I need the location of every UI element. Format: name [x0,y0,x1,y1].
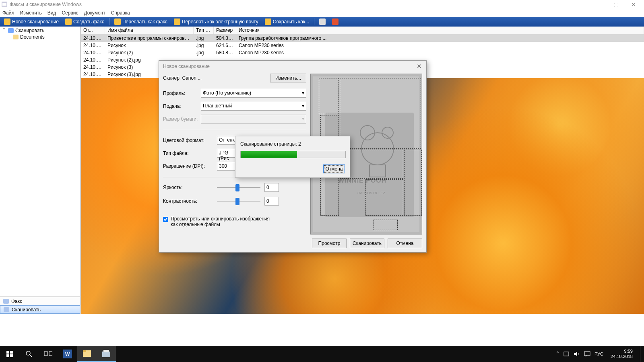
brightness-value[interactable] [264,183,279,192]
tray-clock[interactable]: 9:59 24.10.2018 [607,349,636,359]
svg-rect-17 [83,350,86,352]
dialog-title: Новое сканирование [159,61,426,72]
email-icon [174,19,180,25]
menu-tools[interactable]: Сервис [62,10,78,16]
delete-icon [332,19,339,25]
tb-print[interactable] [317,18,328,25]
menu-edit[interactable]: Изменить [20,10,42,16]
tray-volume-icon[interactable] [574,351,580,357]
svg-line-11 [30,355,32,357]
selection-rect[interactable] [374,220,398,230]
svg-rect-18 [102,352,110,357]
menu-file[interactable]: Файл [2,10,14,16]
progress-bar [240,151,346,158]
app-icon [2,2,7,7]
tb-new-scan[interactable]: Новое сканирование [2,18,61,25]
dialog-close-button[interactable]: ✕ [414,62,424,70]
profile-select[interactable]: Фото (По умолчанию)▾ [201,89,306,98]
maximize-button[interactable]: ▢ [607,0,625,9]
source-select[interactable]: Планшетный▾ [201,102,306,111]
minimize-button[interactable]: — [589,0,607,9]
change-scanner-button[interactable]: Изменить... [270,74,306,82]
col-date[interactable]: От... [81,27,105,34]
save-icon [265,19,271,25]
table-row[interactable]: 24.10.201...Приветствие программы сканир… [81,35,644,42]
separator [163,130,306,130]
col-size[interactable]: Размер [214,27,236,34]
tb-new-fax[interactable]: Создать факс [63,18,107,25]
dpi-label: Разрешение (DPI): [163,163,217,169]
start-button[interactable] [0,346,19,362]
menu-view[interactable]: Вид [47,10,56,16]
table-row[interactable]: 24.10.201...Рисунок.jpg624.6 КБCanon MP2… [81,42,644,49]
svg-rect-20 [564,352,569,356]
contrast-slider[interactable] [217,198,260,204]
table-row[interactable]: 24.10.201...Рисунок (2).jpg580.8 КБCanon… [81,49,644,56]
svg-rect-1 [2,3,6,6]
taskview-button[interactable] [39,346,58,362]
search-button[interactable] [19,346,39,362]
selection-rect[interactable] [319,78,339,114]
col-name[interactable]: Имя файла [105,27,194,34]
selection-rect[interactable] [365,179,403,216]
col-src[interactable]: Источник [236,27,644,34]
separator [314,18,314,25]
paper-size-label: Размер бумаги: [163,116,201,122]
progress-cancel-button[interactable]: Отмена [323,165,345,173]
nav-buttons: Факс Сканировать [0,296,80,314]
tray-chevron-icon[interactable]: ˄ [556,351,559,357]
tb-delete[interactable] [330,18,341,25]
svg-rect-7 [10,351,13,354]
tb-save-as[interactable]: Сохранить как... [262,18,312,25]
tray-language[interactable]: РУС [594,352,603,356]
menubar: Файл Изменить Вид Сервис Документ Справк… [0,9,644,17]
tray-action-center-icon[interactable] [584,351,590,357]
tray-network-icon[interactable] [563,351,570,357]
folder-tree: ˅ Сканировать Documents [0,27,80,296]
nav-scan[interactable]: Сканировать [0,305,80,314]
color-format-select[interactable]: Оттенки [217,136,235,145]
col-type[interactable]: Тип фа... [194,27,214,34]
separate-files-label: Просмотреть или сканировать изображения … [171,216,275,227]
svg-rect-19 [103,350,109,352]
close-button[interactable]: ✕ [625,0,642,9]
contrast-value[interactable] [264,197,279,206]
toolbar: Новое сканирование Создать факс Переслат… [0,17,644,27]
show-desktop-button[interactable] [640,346,642,362]
taskbar-app-faxscan[interactable] [97,346,116,362]
nav-fax[interactable]: Факс [0,297,80,305]
tb-forward-email[interactable]: Переслать как электронную почту [171,18,261,25]
separator [109,18,109,25]
svg-point-10 [26,351,30,355]
cancel-button[interactable]: Отмена [388,239,422,248]
taskbar-app-word[interactable]: W [58,346,77,362]
menu-document[interactable]: Документ [84,10,105,16]
scanner-label: Сканер: Canon ... [163,75,270,81]
svg-rect-9 [10,354,13,357]
preview-button[interactable]: Просмотр [312,239,347,248]
menu-help[interactable]: Справка [111,10,130,16]
brightness-slider[interactable] [217,184,260,191]
collapse-icon[interactable]: ˅ [2,28,6,33]
taskbar-app-explorer[interactable] [77,346,97,362]
fax-icon [3,299,9,304]
tree-root-scan[interactable]: ˅ Сканировать [2,27,78,34]
paper-size-select: ▾ [201,115,306,123]
print-icon [319,19,326,25]
svg-rect-13 [49,352,52,356]
tb-forward-fax[interactable]: Переслать как факс [112,18,170,25]
contrast-label: Контрастность: [163,198,217,204]
svg-rect-6 [6,351,9,354]
tree-documents[interactable]: Documents [2,34,78,40]
filetype-select[interactable]: JPG (Рис [217,149,235,158]
svg-rect-8 [6,354,9,357]
svg-marker-21 [574,352,577,356]
separate-files-checkbox[interactable] [163,217,168,222]
selection-rect[interactable] [340,78,421,149]
scan-button[interactable]: Сканировать [350,239,384,248]
titlebar: Факсы и сканирование Windows — ▢ ✕ [0,0,644,9]
scan-progress-dialog: Сканирование страницы: 2 Отмена [235,136,350,178]
taskbar: W ˄ РУС 9:59 24.10.2018 [0,346,644,362]
progress-fill [241,151,297,158]
selection-rect[interactable] [404,150,422,216]
